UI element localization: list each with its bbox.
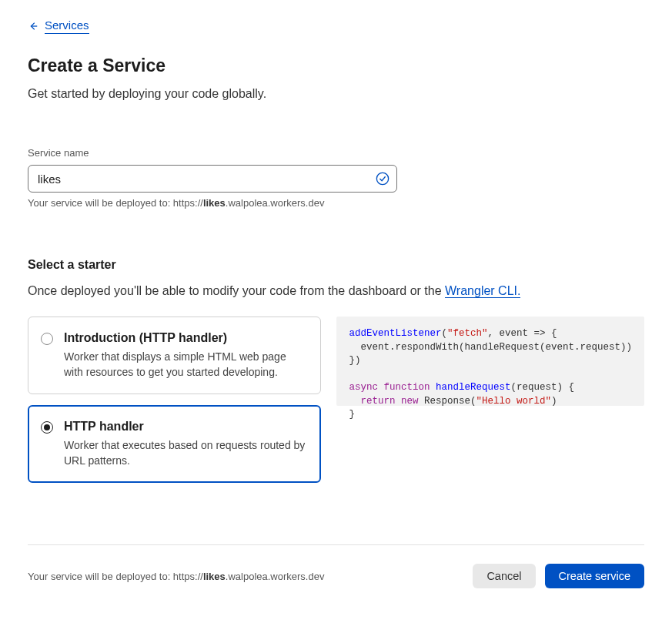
service-name-label: Service name — [28, 147, 644, 159]
page-title: Create a Service — [28, 55, 644, 76]
check-circle-icon — [376, 172, 389, 186]
radio-icon — [41, 421, 53, 434]
starter-option-desc: Worker that displays a simple HTML web p… — [64, 350, 306, 380]
back-link-label: Services — [45, 18, 89, 34]
starter-option-http-handler[interactable]: HTTP handler Worker that executes based … — [28, 405, 321, 483]
starter-option-title: Introduction (HTTP handler) — [64, 331, 306, 345]
footer-divider — [28, 544, 644, 545]
starter-option-desc: Worker that executes based on requests r… — [64, 438, 306, 468]
back-to-services-link[interactable]: Services — [28, 18, 89, 34]
starter-section-title: Select a starter — [28, 258, 644, 272]
radio-icon — [41, 333, 53, 345]
page-subtitle: Get started by deploying your code globa… — [28, 87, 644, 101]
footer-deploy-url: Your service will be deployed to: https:… — [28, 571, 324, 582]
code-preview: addEventListener("fetch", event => { eve… — [336, 317, 644, 406]
svg-point-0 — [376, 172, 388, 184]
starter-section-desc: Once deployed you'll be able to modify y… — [28, 284, 644, 298]
service-name-input[interactable] — [28, 165, 397, 193]
create-service-button[interactable]: Create service — [545, 564, 644, 588]
wrangler-cli-link[interactable]: Wrangler CLI. — [445, 284, 520, 298]
cancel-button[interactable]: Cancel — [473, 564, 535, 588]
starter-option-title: HTTP handler — [64, 420, 306, 434]
arrow-left-icon — [28, 21, 38, 32]
deploy-url-helper: Your service will be deployed to: https:… — [28, 197, 644, 209]
starter-option-introduction[interactable]: Introduction (HTTP handler) Worker that … — [28, 317, 321, 394]
